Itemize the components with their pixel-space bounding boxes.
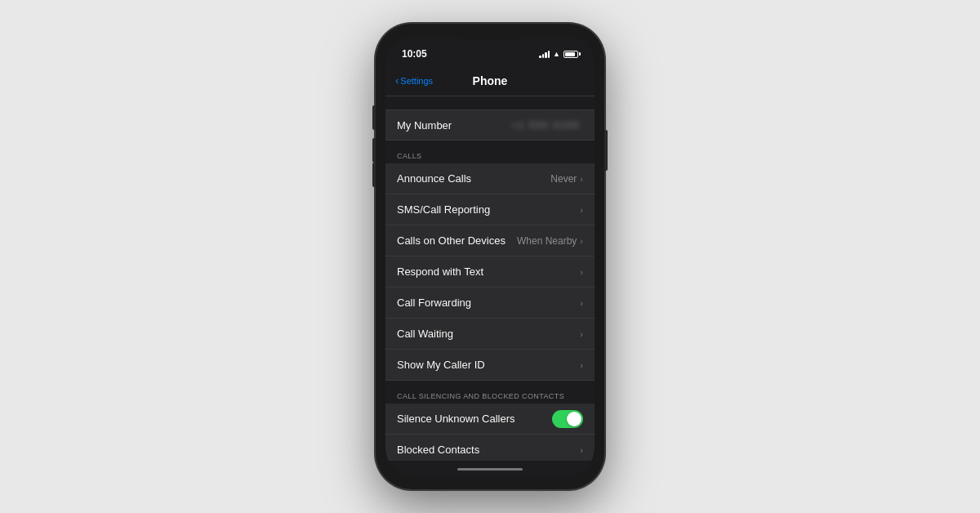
blocked-contacts-chevron-icon: › [580,445,583,455]
home-indicator [385,461,595,477]
back-label: Settings [400,76,433,86]
silence-unknown-label: Silence Unknown Callers [397,413,552,425]
respond-text-label: Respond with Text [397,265,580,278]
calls-section: CALLS Announce Calls Never › SMS/Call Re… [385,141,595,381]
respond-text-cell[interactable]: Respond with Text › [385,256,595,288]
silencing-section: CALL SILENCING AND BLOCKED CONTACTS Sile… [385,381,595,461]
calls-other-devices-label: Calls on Other Devices [397,234,517,247]
my-number-group: My Number +1 555 0100 [385,109,595,141]
nav-title: Phone [473,74,508,87]
my-number-cell[interactable]: My Number +1 555 0100 [385,109,595,141]
back-button[interactable]: ‹ Settings [395,75,433,86]
sms-call-reporting-label: SMS/Call Reporting [397,203,580,216]
calls-other-devices-value: When Nearby [517,235,577,247]
status-time: 10:05 [402,48,427,60]
wifi-icon: ▲ [553,50,560,58]
blocked-contacts-label: Blocked Contacts [397,444,580,456]
call-forwarding-chevron-icon: › [580,298,583,308]
sms-call-reporting-cell[interactable]: SMS/Call Reporting › [385,194,595,225]
blocked-contacts-cell[interactable]: Blocked Contacts › [385,435,595,461]
silence-unknown-cell[interactable]: Silence Unknown Callers [385,404,595,435]
call-waiting-cell[interactable]: Call Waiting › [385,319,595,350]
battery-fill [565,52,575,56]
my-number-label: My Number [397,119,512,132]
signal-icon [539,51,550,58]
call-forwarding-cell[interactable]: Call Forwarding › [385,288,595,319]
phone-screen: 10:05 ▲ ‹ Settings Phone [385,36,595,477]
nav-bar: ‹ Settings Phone [385,65,595,96]
home-bar [457,468,523,471]
sms-chevron-icon: › [580,205,583,215]
calls-other-chevron-icon: › [580,236,583,246]
silencing-section-header: CALL SILENCING AND BLOCKED CONTACTS [385,381,595,404]
announce-calls-chevron-icon: › [580,174,583,184]
phone-device: 10:05 ▲ ‹ Settings Phone [376,24,604,489]
scroll-content[interactable]: My Number +1 555 0100 CALLS Announce Cal… [385,96,595,461]
calls-section-header: CALLS [385,141,595,163]
call-forwarding-label: Call Forwarding [397,297,580,309]
call-waiting-chevron-icon: › [580,329,583,339]
show-caller-id-chevron-icon: › [580,360,583,370]
respond-text-chevron-icon: › [580,267,583,277]
announce-calls-label: Announce Calls [397,172,550,185]
status-bar: 10:05 ▲ [385,36,595,65]
battery-icon [564,51,578,58]
announce-calls-value: Never [550,173,577,185]
my-number-value: +1 555 0100 [512,120,580,130]
notch [453,24,527,40]
toggle-knob [567,412,581,426]
show-caller-id-cell[interactable]: Show My Caller ID › [385,350,595,381]
calls-other-devices-cell[interactable]: Calls on Other Devices When Nearby › [385,225,595,256]
announce-calls-cell[interactable]: Announce Calls Never › [385,163,595,194]
call-waiting-label: Call Waiting [397,328,580,340]
status-icons: ▲ [539,50,578,58]
show-caller-id-label: Show My Caller ID [397,359,580,371]
silence-unknown-toggle[interactable] [552,410,583,428]
back-chevron-icon: ‹ [395,75,399,86]
